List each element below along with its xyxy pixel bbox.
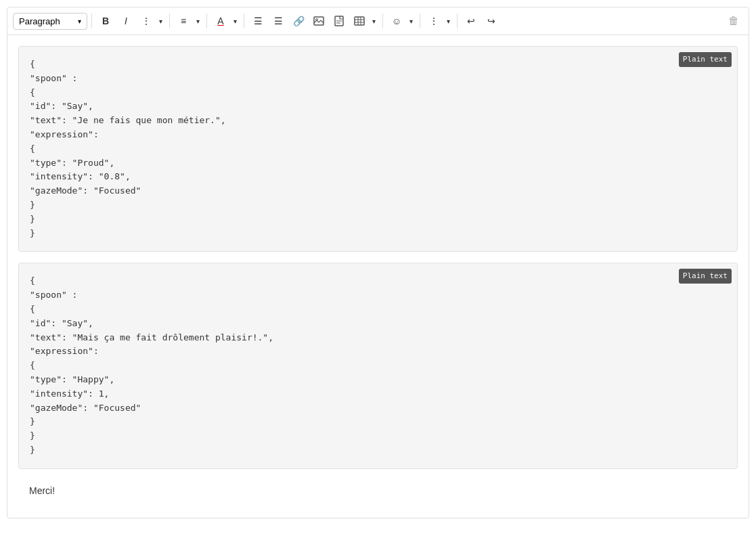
code-block-2: Plain text { "spoon" : { "id": "Say", "t… (18, 263, 738, 468)
table-button[interactable] (350, 12, 369, 30)
svg-rect-0 (314, 17, 324, 25)
align-chevron-button[interactable]: ▾ (193, 12, 202, 30)
code-content-2[interactable]: { "spoon" : { "id": "Say", "text": "Mais… (30, 274, 726, 457)
extra-group: ⋮ ▾ (424, 12, 453, 30)
divider-4 (244, 14, 244, 28)
plain-text-badge-1: Plain text (679, 52, 732, 67)
table-chevron-button[interactable]: ▾ (369, 12, 378, 30)
divider-6 (420, 14, 420, 28)
delete-button[interactable]: 🗑 (724, 12, 743, 30)
more-text-group: ⋮ ▾ (137, 12, 165, 30)
divider-5 (382, 14, 383, 28)
font-color-chevron-button[interactable]: ▾ (230, 12, 240, 30)
paragraph-select[interactable]: Paragraph ▾ (13, 13, 87, 30)
divider-7 (457, 14, 458, 28)
italic-button[interactable]: I (116, 12, 135, 30)
svg-rect-5 (355, 17, 364, 25)
editor-toolbar: Paragraph ▾ B I ⋮ ▾ ≡ ▾ A ▾ ☰ ☰ 🔗 (7, 7, 749, 35)
file-button[interactable] (330, 12, 349, 30)
divider-1 (91, 14, 92, 28)
emoji-button[interactable]: ☺ (387, 12, 406, 30)
paragraph-chevron-icon: ▾ (78, 18, 81, 25)
ordered-list-button[interactable]: ☰ (269, 12, 288, 30)
font-color-group: A ▾ (211, 12, 240, 30)
table-group: ▾ (350, 12, 378, 30)
editor-wrapper: Paragraph ▾ B I ⋮ ▾ ≡ ▾ A ▾ ☰ ☰ 🔗 (7, 7, 749, 518)
align-button[interactable]: ≡ (174, 12, 193, 30)
paragraph-label: Paragraph (19, 16, 60, 26)
code-content-1[interactable]: { "spoon" : { "id": "Say", "text": "Je n… (30, 58, 726, 240)
emoji-chevron-button[interactable]: ▾ (406, 12, 416, 30)
more-text-button[interactable]: ⋮ (137, 12, 156, 30)
image-button[interactable] (309, 12, 328, 30)
align-group: ≡ ▾ (174, 12, 202, 30)
divider-3 (206, 14, 207, 28)
redo-button[interactable]: ↪ (482, 12, 501, 30)
emoji-group: ☺ ▾ (387, 12, 416, 30)
plain-text-badge-2: Plain text (679, 269, 732, 284)
code-block-1: Plain text { "spoon" : { "id": "Say", "t… (18, 46, 738, 252)
undo-button[interactable]: ↩ (462, 12, 481, 30)
font-color-button[interactable]: A (211, 12, 230, 30)
bold-button[interactable]: B (96, 12, 115, 30)
bullet-list-button[interactable]: ☰ (248, 12, 267, 30)
footer-text: Merci! (18, 480, 738, 507)
link-button[interactable]: 🔗 (289, 12, 308, 30)
divider-2 (169, 14, 170, 28)
extra-chevron-button[interactable]: ▾ (443, 12, 453, 30)
extra-button[interactable]: ⋮ (424, 12, 443, 30)
editor-content: Plain text { "spoon" : { "id": "Say", "t… (7, 35, 749, 518)
more-text-chevron-button[interactable]: ▾ (156, 12, 165, 30)
